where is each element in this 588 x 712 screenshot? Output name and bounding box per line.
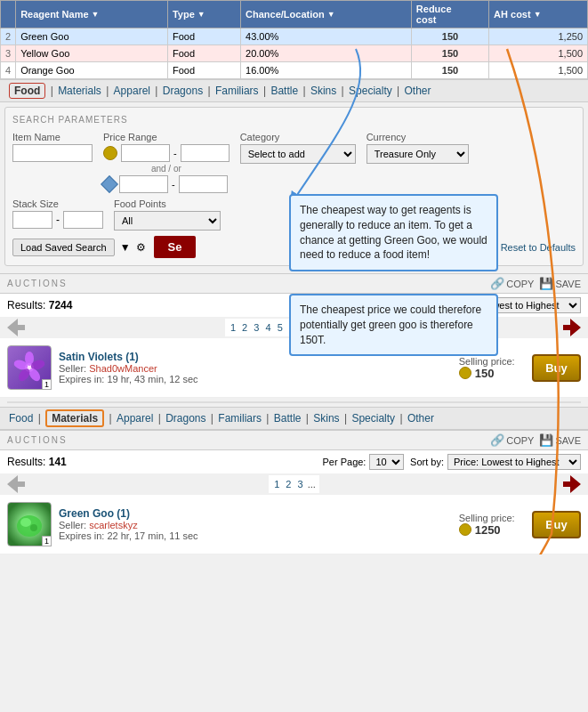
price-gem-min-input[interactable] [119, 175, 168, 193]
tab2-battle[interactable]: Battle [274, 412, 302, 425]
stack-min-input[interactable] [12, 211, 52, 229]
category-group: Category Select to add [240, 132, 356, 193]
per-page-select-2[interactable]: 10 [369, 454, 404, 470]
category-select[interactable]: Select to add [240, 144, 356, 164]
col-reagent-name[interactable]: Reagent Name ▼ [16, 1, 168, 28]
prev-page-1[interactable] [7, 319, 25, 336]
page2-1[interactable]: 1 [274, 479, 279, 490]
seller-link-2[interactable]: scarletskyz [89, 520, 137, 530]
item-name-input[interactable] [12, 144, 93, 162]
search-button[interactable]: Se [154, 236, 197, 258]
table-row: 2 Green Goo Food 43.00% 150 1,250 [1, 28, 588, 45]
search-section-title: SEARCH PARAMETERS [12, 115, 576, 125]
item-price-1: Selling price: 150 [459, 356, 515, 380]
tab-skins[interactable]: Skins [310, 85, 336, 97]
sort-icon: ▼ [327, 10, 335, 19]
tab2-other[interactable]: Other [407, 412, 434, 425]
item-name-2[interactable]: Green Goo (1) [59, 507, 452, 520]
auction-item-2: 1 Green Goo (1) Seller: scarletskyz Expi… [0, 495, 588, 554]
load-saved-search-button[interactable]: Load Saved Search [12, 239, 115, 256]
next-page-2[interactable] [563, 475, 581, 493]
page2-2[interactable]: 2 [286, 479, 291, 490]
item-seller-1: Seller: Shad0wMancer [59, 363, 452, 374]
gear-icon[interactable]: ⚙ [136, 241, 149, 254]
coin-icon [103, 146, 117, 160]
and-or-label: and / or [103, 164, 230, 174]
category-label: Category [240, 132, 356, 142]
tab-other[interactable]: Other [405, 85, 431, 97]
auctions-section-2: AUCTIONS 🔗 COPY 💾 SAVE Results: 141 Per … [0, 430, 588, 554]
link-icon: 🔗 [490, 277, 504, 290]
page-4[interactable]: 4 [265, 322, 270, 333]
next-page-1[interactable] [563, 319, 581, 336]
price-range-group: Price Range - and / or - [103, 132, 230, 193]
price-value-2: 1250 [475, 523, 501, 537]
save-button-2[interactable]: 💾 SAVE [539, 433, 581, 447]
tab2-skins[interactable]: Skins [313, 412, 339, 425]
page-1[interactable]: 1 [230, 322, 236, 333]
svg-point-6 [17, 515, 42, 537]
tab2-specialty[interactable]: Specialty [351, 412, 395, 425]
auctions-title-1: AUCTIONS [7, 279, 490, 288]
prev-page-2[interactable] [7, 475, 25, 493]
col-reduce: Reduce cost [411, 1, 488, 28]
tab-battle[interactable]: Battle [270, 85, 298, 97]
stack-size-group: Stack Size - [12, 198, 103, 231]
page-2[interactable]: 2 [242, 322, 247, 333]
reset-defaults-link[interactable]: Reset to Defaults [501, 242, 576, 253]
gem-icon [101, 175, 118, 193]
auctions-title-2: AUCTIONS [7, 435, 490, 445]
item-expires-1: Expires in: 19 hr, 43 min, 12 sec [59, 374, 452, 384]
svg-point-7 [20, 518, 31, 527]
price-min-input[interactable] [121, 144, 170, 162]
seller-link-1[interactable]: Shad0wMancer [89, 363, 157, 374]
tab-familiars[interactable]: Familiars [215, 85, 259, 97]
copy-button-2[interactable]: 🔗 COPY [490, 433, 534, 447]
stack-max-input[interactable] [63, 211, 103, 229]
load-dropdown-arrow[interactable]: ▼ [120, 241, 131, 254]
food-points-select[interactable]: All [114, 211, 221, 231]
tab2-materials[interactable]: Materials [45, 409, 104, 427]
link-icon-2: 🔗 [490, 433, 504, 447]
price-range-label: Price Range [103, 132, 230, 142]
item-price-2: Selling price: 1250 [459, 513, 515, 537]
buy-button-1[interactable]: Buy [532, 354, 581, 382]
price-dash: - [173, 148, 177, 158]
tab2-food[interactable]: Food [9, 412, 33, 425]
tab-apparel[interactable]: Apparel [114, 85, 150, 97]
item-quantity-badge-2: 1 [42, 536, 52, 546]
currency-select[interactable]: Treasure Only [366, 144, 469, 164]
buy-button-2[interactable]: Buy [532, 511, 581, 538]
copy-button-1[interactable]: 🔗 COPY [490, 277, 534, 290]
page-5[interactable]: 5 [278, 322, 283, 333]
food-points-group: Food Points All [114, 198, 221, 231]
auctions-bar-2: AUCTIONS 🔗 COPY 💾 SAVE [0, 430, 588, 450]
results-count-2: Results: 141 [7, 456, 67, 468]
save-button-1[interactable]: 💾 SAVE [539, 277, 581, 290]
section-divider [7, 401, 581, 403]
col-type[interactable]: Type ▼ [167, 1, 240, 28]
tab-dragons[interactable]: Dragons [163, 85, 203, 97]
food-points-label: Food Points [114, 198, 221, 209]
tab-food[interactable]: Food [9, 83, 45, 99]
item-name-label: Item Name [12, 132, 93, 142]
tab2-familiars[interactable]: Familiars [218, 412, 262, 425]
page2-3[interactable]: 3 [298, 479, 303, 490]
page-3[interactable]: 3 [254, 322, 259, 333]
price-gem-max-input[interactable] [179, 175, 228, 193]
tab2-apparel[interactable]: Apparel [117, 412, 153, 425]
price-max-input[interactable] [181, 144, 230, 162]
tab2-dragons[interactable]: Dragons [165, 412, 205, 425]
tab-materials[interactable]: Materials [58, 85, 101, 97]
tab-specialty[interactable]: Specialty [349, 85, 392, 97]
col-chance[interactable]: Chance/Location ▼ [241, 1, 412, 28]
sort-by-2: Sort by: Price: Lowest to Highest [410, 454, 581, 470]
col-ah[interactable]: AH cost ▼ [489, 1, 588, 28]
sort-icon: ▼ [197, 10, 205, 19]
sort-select-2[interactable]: Price: Lowest to Highest [447, 454, 581, 470]
currency-label: Currency [366, 132, 469, 142]
results-bar-2: Results: 141 Per Page: 10 Sort by: Price… [0, 450, 588, 473]
nav-arrows-2: 1 2 3 ... [0, 473, 588, 495]
treasure-icon-2 [459, 523, 471, 536]
auctions-bar-1: AUCTIONS 🔗 COPY 💾 SAVE [0, 273, 588, 294]
